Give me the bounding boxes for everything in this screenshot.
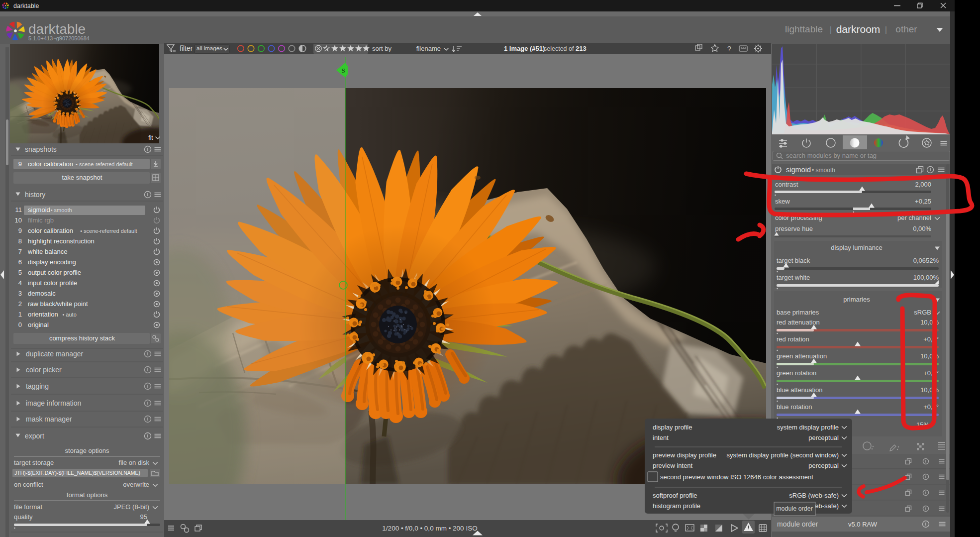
svg-text:S: S bbox=[341, 67, 345, 74]
svg-text:filter: filter bbox=[180, 44, 193, 52]
svg-text:blue rotation: blue rotation bbox=[777, 403, 812, 411]
svg-text:2,000: 2,000 bbox=[915, 181, 931, 188]
svg-text:v5.0 RAW: v5.0 RAW bbox=[848, 521, 878, 528]
svg-text:softproof profile: softproof profile bbox=[653, 492, 697, 499]
svg-text:other: other bbox=[895, 24, 917, 34]
svg-text:color calibration: color calibration bbox=[28, 160, 73, 168]
svg-text:system display profile (second: system display profile (second window) bbox=[727, 451, 839, 459]
svg-text:base primaries: base primaries bbox=[777, 309, 819, 316]
svg-text:image information: image information bbox=[26, 399, 81, 407]
svg-text:0,00%: 0,00% bbox=[913, 225, 931, 232]
svg-text:1 image (#51): 1 image (#51) bbox=[504, 45, 545, 52]
svg-text:JTH)-$(EXIF.DAY)-$(FILE_NAME)$: JTH)-$(EXIF.DAY)-$(FILE_NAME)$(VERSION.N… bbox=[14, 470, 140, 476]
svg-text:0,0652%: 0,0652% bbox=[913, 257, 939, 264]
svg-text:blue attenuation: blue attenuation bbox=[777, 386, 823, 394]
svg-text:perceptual: perceptual bbox=[808, 434, 839, 441]
svg-text:tagging: tagging bbox=[26, 382, 49, 390]
svg-text:intent: intent bbox=[653, 434, 669, 441]
svg-text:• scene-referred default: • scene-referred default bbox=[76, 161, 133, 167]
svg-text:lighttable: lighttable bbox=[785, 24, 823, 34]
svg-text:95: 95 bbox=[140, 513, 147, 521]
svg-text:highlight reconstruction: highlight reconstruction bbox=[28, 237, 95, 245]
svg-text:sRGB (web-safe): sRGB (web-safe) bbox=[789, 492, 839, 499]
svg-text:3: 3 bbox=[18, 290, 22, 297]
svg-text:raw black/white point: raw black/white point bbox=[28, 300, 88, 308]
svg-text:format options: format options bbox=[67, 491, 108, 499]
svg-text:6: 6 bbox=[18, 258, 22, 266]
svg-text:orientation: orientation bbox=[28, 311, 58, 318]
svg-text:color picker: color picker bbox=[26, 366, 62, 374]
svg-text:target white: target white bbox=[777, 274, 810, 281]
svg-text:perceptual: perceptual bbox=[808, 462, 839, 469]
svg-text:darkroom: darkroom bbox=[836, 23, 881, 35]
svg-text:darktable: darktable bbox=[28, 21, 86, 37]
svg-text:sRGB: sRGB bbox=[914, 309, 931, 316]
svg-text:JPEG (8-bit): JPEG (8-bit) bbox=[113, 503, 149, 511]
svg-text:preview display profile: preview display profile bbox=[653, 451, 716, 459]
svg-text:white balance: white balance bbox=[27, 248, 68, 255]
svg-text:module order: module order bbox=[777, 520, 818, 528]
svg-text:0: 0 bbox=[18, 321, 22, 328]
svg-text:output color profile: output color profile bbox=[28, 269, 81, 276]
svg-text:demosaic: demosaic bbox=[28, 290, 56, 297]
svg-text:second preview window ISO 1264: second preview window ISO 12646 color as… bbox=[660, 473, 813, 481]
svg-text:duplicate manager: duplicate manager bbox=[26, 350, 84, 358]
svg-text:11: 11 bbox=[15, 206, 22, 214]
svg-text:module order: module order bbox=[776, 505, 813, 512]
svg-text:skew: skew bbox=[775, 198, 790, 205]
svg-text:primaries: primaries bbox=[843, 296, 870, 303]
svg-text:darktable: darktable bbox=[13, 2, 39, 9]
svg-text:• auto: • auto bbox=[62, 312, 76, 318]
svg-text:100,00%: 100,00% bbox=[913, 274, 939, 281]
svg-text:• smooth: • smooth bbox=[51, 207, 72, 213]
svg-text:display encoding: display encoding bbox=[28, 258, 76, 266]
svg-text:1/200 • f/0,0 • 0,0 mm • 200 I: 1/200 • f/0,0 • 0,0 mm • 200 ISO bbox=[382, 525, 477, 532]
svg-text:|: | bbox=[830, 25, 832, 34]
svg-text:sigmoid: sigmoid bbox=[786, 166, 811, 174]
svg-text:mask manager: mask manager bbox=[26, 415, 72, 423]
svg-text:display luminance: display luminance bbox=[831, 244, 882, 251]
svg-text:preview intent: preview intent bbox=[653, 462, 693, 469]
svg-text:histogram profile: histogram profile bbox=[653, 502, 700, 510]
svg-text:filename: filename bbox=[416, 45, 441, 52]
svg-text:file format: file format bbox=[14, 503, 42, 511]
svg-text:color calibration: color calibration bbox=[28, 227, 73, 234]
svg-text:target storage: target storage bbox=[14, 459, 54, 466]
svg-text:all images: all images bbox=[196, 45, 222, 51]
svg-text:file on disk: file on disk bbox=[119, 459, 150, 466]
svg-text:|: | bbox=[885, 25, 887, 34]
svg-text:red attenuation: red attenuation bbox=[777, 319, 820, 326]
svg-text:• smooth: • smooth bbox=[812, 167, 835, 174]
svg-text:5: 5 bbox=[18, 269, 22, 276]
svg-text:213: 213 bbox=[576, 45, 587, 52]
svg-text:fit: fit bbox=[148, 134, 153, 141]
svg-text:1: 1 bbox=[18, 311, 22, 318]
svg-text:overwrite: overwrite bbox=[123, 481, 149, 488]
svg-text:7: 7 bbox=[18, 248, 22, 255]
svg-text:preserve hue: preserve hue bbox=[775, 225, 813, 232]
svg-text:selected of: selected of bbox=[544, 45, 574, 52]
svg-text:9: 9 bbox=[18, 227, 22, 234]
svg-text:export: export bbox=[25, 432, 44, 440]
svg-text:compress history stack: compress history stack bbox=[49, 334, 115, 342]
svg-text:quality: quality bbox=[14, 513, 33, 521]
svg-text:8: 8 bbox=[18, 237, 22, 245]
svg-text:9: 9 bbox=[18, 160, 22, 168]
svg-text:+0,25: +0,25 bbox=[915, 198, 931, 205]
svg-text:sort by: sort by bbox=[372, 45, 392, 52]
svg-text:• scene-referred default: • scene-referred default bbox=[80, 228, 137, 234]
svg-text:10: 10 bbox=[15, 216, 22, 224]
svg-text:2: 2 bbox=[18, 300, 22, 308]
svg-text:green attenuation: green attenuation bbox=[777, 352, 827, 360]
svg-text:storage options: storage options bbox=[65, 447, 109, 454]
svg-text:history: history bbox=[25, 191, 45, 199]
svg-text:sigmoid: sigmoid bbox=[28, 206, 50, 214]
svg-text:filmic rgb: filmic rgb bbox=[28, 216, 54, 224]
svg-text:search modules by name or tag: search modules by name or tag bbox=[786, 152, 877, 159]
svg-text:snapshots: snapshots bbox=[25, 145, 57, 153]
svg-text:green rotation: green rotation bbox=[777, 369, 816, 377]
svg-text:contrast: contrast bbox=[775, 181, 798, 188]
svg-text:display profile: display profile bbox=[653, 424, 692, 431]
svg-text:on conflict: on conflict bbox=[14, 481, 43, 488]
svg-text:4: 4 bbox=[18, 279, 22, 287]
